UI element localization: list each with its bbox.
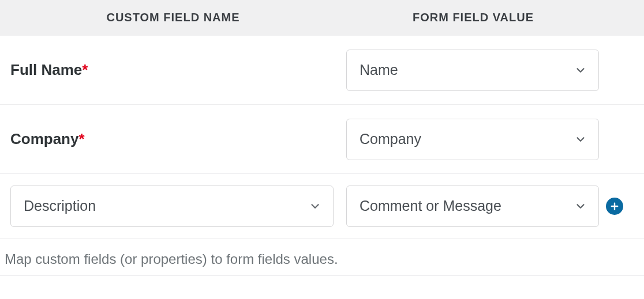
custom-field-label-cell: Company* — [0, 130, 346, 148]
custom-field-name-header: CUSTOM FIELD NAME — [106, 11, 239, 24]
form-field-value-select-company[interactable]: Company — [346, 119, 599, 160]
chevron-down-icon — [574, 200, 587, 213]
custom-field-name-select[interactable]: Description — [10, 186, 334, 227]
select-value: Name — [360, 62, 398, 78]
form-field-value-cell: Company — [346, 119, 600, 160]
row-actions — [600, 198, 644, 215]
form-field-value-select-description[interactable]: Comment or Message — [346, 186, 599, 227]
table-row: Description Comment or Message — [0, 174, 644, 239]
field-mapping-table: CUSTOM FIELD NAME FORM FIELD VALUE Full … — [0, 0, 644, 276]
field-label-company: Company — [10, 130, 78, 148]
plus-circle-icon — [609, 201, 620, 211]
table-header-cell: CUSTOM FIELD NAME — [0, 11, 346, 24]
form-field-value-cell: Comment or Message — [346, 186, 600, 227]
table-header-cell: FORM FIELD VALUE — [346, 11, 600, 24]
form-field-value-header: FORM FIELD VALUE — [413, 11, 534, 24]
chevron-down-icon — [574, 133, 587, 146]
required-indicator: * — [78, 130, 84, 148]
custom-field-label-cell: Full Name* — [0, 61, 346, 79]
table-row: Company* Company — [0, 105, 644, 174]
chevron-down-icon — [309, 200, 321, 213]
custom-field-select-cell: Description — [0, 186, 346, 227]
help-text: Map custom fields (or properties) to for… — [0, 239, 644, 276]
select-value: Comment or Message — [360, 198, 501, 214]
required-indicator: * — [82, 61, 88, 79]
add-mapping-button[interactable] — [606, 198, 623, 215]
form-field-value-select-full-name[interactable]: Name — [346, 50, 599, 91]
chevron-down-icon — [574, 64, 587, 77]
select-value: Description — [24, 198, 96, 214]
form-field-value-cell: Name — [346, 50, 600, 91]
table-row: Full Name* Name — [0, 36, 644, 105]
table-header-row: CUSTOM FIELD NAME FORM FIELD VALUE — [0, 0, 644, 36]
select-value: Company — [360, 131, 421, 147]
field-label-full-name: Full Name — [10, 61, 82, 79]
